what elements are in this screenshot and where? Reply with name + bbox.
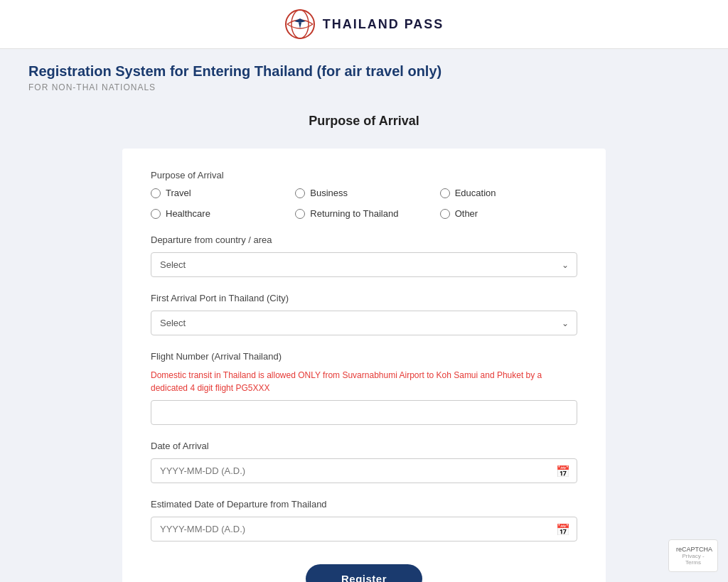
departure-label: Departure from country / area: [151, 235, 577, 245]
radio-option-healthcare[interactable]: Healthcare: [151, 208, 288, 219]
radio-education[interactable]: [440, 188, 450, 198]
arrival-port-select[interactable]: Select: [151, 311, 577, 335]
page-container: Registration System for Entering Thailan…: [0, 49, 728, 582]
purpose-label: Purpose of Arrival: [151, 170, 577, 180]
date-departure-group: Estimated Date of Departure from Thailan…: [151, 499, 577, 541]
arrival-port-select-wrapper: Select ⌄: [151, 311, 577, 335]
date-departure-input[interactable]: [151, 517, 577, 541]
page-title: Registration System for Entering Thailan…: [28, 63, 700, 80]
form-card: Purpose of Arrival Travel Business Educa…: [122, 149, 606, 582]
radio-other[interactable]: [440, 209, 450, 219]
flight-number-input[interactable]: [151, 400, 577, 425]
purpose-group: Purpose of Arrival Travel Business Educa…: [151, 170, 577, 219]
flight-note: Domestic transit in Thailand is allowed …: [151, 369, 577, 394]
thailand-pass-logo-icon: [284, 9, 316, 40]
arrival-port-group: First Arrival Port in Thailand (City) Se…: [151, 293, 577, 335]
flight-number-group: Flight Number (Arrival Thailand) Domesti…: [151, 351, 577, 425]
form-section-title: Purpose of Arrival: [28, 114, 700, 129]
header-title: THAILAND PASS: [323, 17, 444, 32]
register-button[interactable]: Register: [306, 564, 422, 582]
flight-number-label: Flight Number (Arrival Thailand): [151, 351, 577, 362]
radio-option-business[interactable]: Business: [295, 188, 432, 198]
date-departure-wrapper: 📅: [151, 517, 577, 541]
radio-travel[interactable]: [151, 188, 161, 198]
arrival-port-label: First Arrival Port in Thailand (City): [151, 293, 577, 303]
recaptcha-text: reCAPTCHA: [676, 546, 710, 553]
purpose-radio-grid: Travel Business Education Healthcare Ret: [151, 188, 577, 219]
radio-travel-label: Travel: [166, 188, 191, 198]
departure-select-wrapper: Select ⌄: [151, 252, 577, 277]
departure-group: Departure from country / area Select ⌄: [151, 235, 577, 277]
date-arrival-input[interactable]: [151, 458, 577, 483]
departure-select[interactable]: Select: [151, 252, 577, 277]
recaptcha-subtext: Privacy - Terms: [676, 553, 710, 566]
radio-option-other[interactable]: Other: [440, 208, 577, 219]
radio-healthcare-label: Healthcare: [166, 208, 210, 219]
header: THAILAND PASS: [0, 0, 728, 49]
date-arrival-group: Date of Arrival 📅: [151, 441, 577, 483]
radio-option-education[interactable]: Education: [440, 188, 577, 198]
date-arrival-label: Date of Arrival: [151, 441, 577, 451]
radio-education-label: Education: [455, 188, 496, 198]
radio-option-returning[interactable]: Returning to Thailand: [295, 208, 432, 219]
radio-other-label: Other: [455, 208, 478, 219]
radio-returning[interactable]: [295, 209, 305, 219]
logo-container: THAILAND PASS: [284, 9, 444, 40]
recaptcha-badge: reCAPTCHA Privacy - Terms: [668, 539, 718, 572]
radio-option-travel[interactable]: Travel: [151, 188, 288, 198]
date-departure-label: Estimated Date of Departure from Thailan…: [151, 499, 577, 510]
radio-business[interactable]: [295, 188, 305, 198]
page-subtitle: FOR NON-THAI NATIONALS: [28, 82, 700, 92]
radio-returning-label: Returning to Thailand: [310, 208, 398, 219]
date-arrival-wrapper: 📅: [151, 458, 577, 483]
radio-healthcare[interactable]: [151, 209, 161, 219]
radio-business-label: Business: [310, 188, 348, 198]
